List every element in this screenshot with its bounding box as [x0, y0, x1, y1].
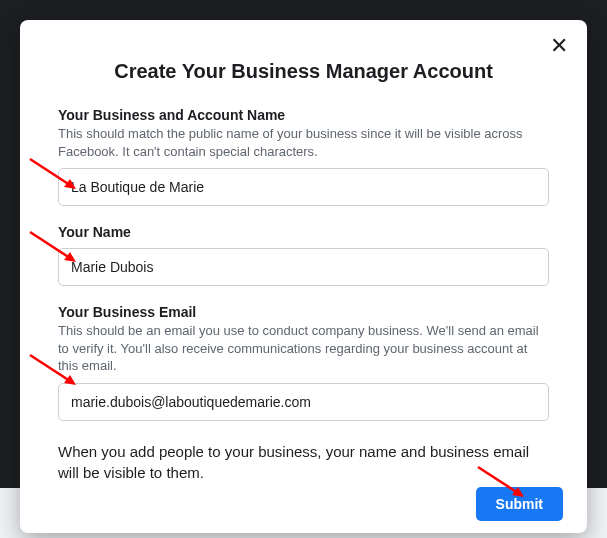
close-button[interactable]: ✕ [545, 32, 573, 60]
business-name-label: Your Business and Account Name [58, 107, 549, 123]
your-name-label: Your Name [58, 224, 549, 240]
create-business-modal: ✕ Create Your Business Manager Account Y… [20, 20, 587, 533]
submit-button[interactable]: Submit [476, 487, 563, 521]
your-name-input[interactable] [58, 248, 549, 286]
email-label: Your Business Email [58, 304, 549, 320]
business-name-block: Your Business and Account Name This shou… [58, 107, 549, 206]
your-name-block: Your Name [58, 224, 549, 286]
business-name-help: This should match the public name of you… [58, 125, 549, 160]
close-icon: ✕ [550, 33, 568, 59]
visibility-disclosure: When you add people to your business, yo… [58, 441, 549, 483]
business-name-input[interactable] [58, 168, 549, 206]
email-block: Your Business Email This should be an em… [58, 304, 549, 421]
email-input[interactable] [58, 383, 549, 421]
email-help: This should be an email you use to condu… [58, 322, 549, 375]
modal-title: Create Your Business Manager Account [58, 60, 549, 83]
